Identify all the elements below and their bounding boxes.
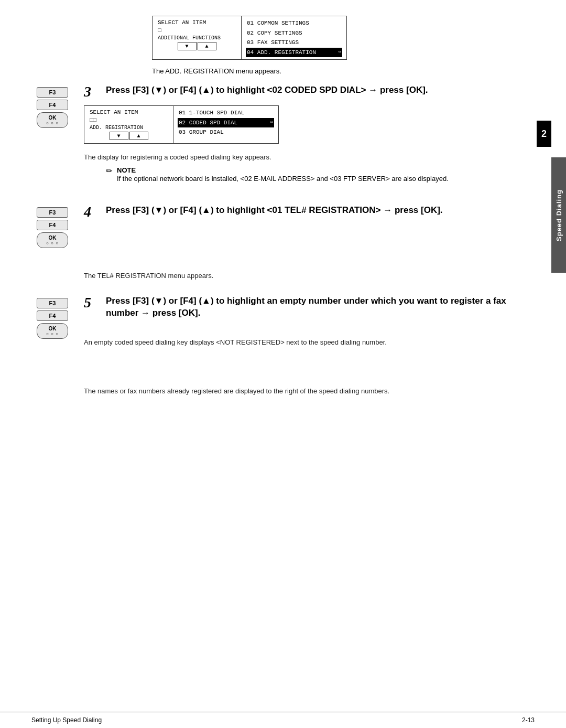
step-5-header: 5 Press [F3] (▼) or [F4] (▲) to highligh…: [84, 295, 535, 319]
side-tab-label: Speed Dialing: [555, 189, 563, 241]
step3-cursor: □□: [90, 117, 168, 123]
arrow-down-btn: ▼: [178, 42, 197, 50]
lcd-item-01: 01 COMMON SETTINGS: [246, 18, 342, 28]
side-tab: Speed Dialing: [551, 157, 566, 273]
lcd-item-03: 03 FAX SETTINGS: [246, 38, 342, 48]
lcd-right-panel: 01 COMMON SETTINGS 02 COPY SETTINGS 03 F…: [242, 16, 346, 59]
top-display-wrapper: SELECT AN ITEM □ ADDITIONAL FUNCTIONS ▼ …: [152, 16, 535, 64]
step-5-content: 5 Press [F3] (▼) or [F4] (▲) to highligh…: [84, 295, 535, 395]
step-4-section: F3 F4 OK ○ ○ ○ 4 Press [F3] (▼) or [F4] …: [31, 205, 535, 280]
step-4-number: 4: [84, 205, 100, 219]
arrow-up-btn: ▲: [198, 42, 216, 50]
note-pencil-icon: ✏: [106, 166, 113, 176]
page-container: Speed Dialing 2 SELECT AN ITEM □ ADDITIO…: [0, 0, 566, 728]
page-footer: Setting Up Speed Dialing 2-13: [0, 712, 566, 728]
step-5-extra: The names or fax numbers already registe…: [84, 387, 535, 395]
lcd-bottom-arrows: ▼ ▲: [158, 42, 236, 50]
step-3-section: F3 F4 OK ○ ○ ○ 3 Press [F3] (▼) or [F4] …: [31, 84, 535, 189]
step3-add-reg: ADD. REGISTRATION: [90, 125, 168, 131]
step4-ok-dots: ○ ○ ○: [45, 241, 60, 245]
lcd-additional-functions: ADDITIONAL FUNCTIONS: [158, 35, 236, 41]
lcd-select-label: SELECT AN ITEM: [158, 19, 236, 26]
footer-left: Setting Up Speed Dialing: [31, 716, 102, 724]
top-display-caption: The ADD. REGISTRATION menu appears.: [152, 67, 535, 75]
step3-arrow-down: ▼: [110, 132, 128, 140]
footer-right: 2-13: [522, 716, 535, 724]
note-label: NOTE: [117, 166, 449, 174]
step-4-buttons: F3 F4 OK ○ ○ ○: [31, 205, 73, 248]
step4-ok-key: OK ○ ○ ○: [37, 232, 68, 248]
step5-spacer: [84, 326, 535, 334]
step5-spacer2: [84, 346, 535, 383]
step5-ok-key: OK ○ ○ ○: [37, 323, 68, 339]
step-4-description: The TEL# REGISTRATION menu appears.: [84, 272, 535, 280]
lcd-cursor-icon: □: [158, 27, 236, 34]
ok-dots: ○ ○ ○: [45, 121, 60, 125]
step4-f3-key: F3: [37, 207, 68, 218]
step-3-lcd-wrapper: SELECT AN ITEM □□ ADD. REGISTRATION ▼ ▲ …: [84, 105, 535, 148]
lcd-item-02: 02 COPY SETTINGS: [246, 28, 342, 38]
step-4-spacer: [84, 226, 535, 267]
step-4-content: 4 Press [F3] (▼) or [F4] (▲) to highligh…: [84, 205, 535, 280]
step-3-lcd: SELECT AN ITEM □□ ADD. REGISTRATION ▼ ▲ …: [84, 105, 279, 144]
step-3-note: ✏ NOTE If the optional network board is …: [106, 166, 535, 184]
step-3-description: The display for registering a coded spee…: [84, 153, 535, 161]
lcd-item-04-highlighted: 04 ADD. REGISTRATION ⇔: [246, 48, 342, 58]
step-5-number: 5: [84, 295, 100, 310]
step-3-instruction: Press [F3] (▼) or [F4] (▲) to highlight …: [106, 84, 535, 97]
step3-item-03: 03 GROUP DIAL: [178, 127, 274, 137]
note-content: NOTE If the optional network board is in…: [117, 166, 449, 184]
step5-ok-dots: ○ ○ ○: [45, 331, 60, 336]
step-3-header: 3 Press [F3] (▼) or [F4] (▲) to highligh…: [84, 84, 535, 99]
step-4-instruction: Press [F3] (▼) or [F4] (▲) to highlight …: [106, 205, 535, 217]
step-3-lcd-right: 01 1-TOUCH SPD DIAL 02 CODED SPD DIAL ⇔ …: [173, 106, 278, 143]
step-3-number: 3: [84, 84, 100, 99]
step-3-content: 3 Press [F3] (▼) or [F4] (▲) to highligh…: [84, 84, 535, 189]
step3-item-01: 01 1-TOUCH SPD DIAL: [178, 108, 274, 118]
step3-item-02-highlighted: 02 CODED SPD DIAL ⇔: [178, 118, 274, 128]
lcd-left-panel: SELECT AN ITEM □ ADDITIONAL FUNCTIONS ▼ …: [153, 16, 242, 59]
f3-key: F3: [37, 87, 68, 98]
step-5-buttons: F3 F4 OK ○ ○ ○: [31, 295, 73, 339]
step3-arrows: ▼ ▲: [90, 132, 168, 140]
step5-f3-key: F3: [37, 298, 68, 308]
step-5-section: F3 F4 OK ○ ○ ○ 5 Press [F3] (▼) or [F4] …: [31, 295, 535, 395]
step3-arrow-up: ▲: [129, 132, 148, 140]
note-text: If the optional network board is install…: [117, 174, 449, 184]
top-lcd-display: SELECT AN ITEM □ ADDITIONAL FUNCTIONS ▼ …: [152, 16, 347, 60]
step-3-buttons: F3 F4 OK ○ ○ ○: [31, 84, 73, 128]
step-5-description: An empty coded speed dialing key display…: [84, 338, 535, 346]
ok-key: OK ○ ○ ○: [37, 112, 68, 128]
step3-select-label: SELECT AN ITEM: [90, 109, 168, 115]
step4-f4-key: F4: [37, 220, 68, 230]
step-4-header: 4 Press [F3] (▼) or [F4] (▲) to highligh…: [84, 205, 535, 219]
step-3-lcd-left: SELECT AN ITEM □□ ADD. REGISTRATION ▼ ▲: [84, 106, 173, 143]
step-5-instruction: Press [F3] (▼) or [F4] (▲) to highlight …: [106, 295, 535, 319]
step5-f4-key: F4: [37, 311, 68, 321]
f4-key: F4: [37, 100, 68, 110]
section-number-badge: 2: [537, 121, 551, 147]
